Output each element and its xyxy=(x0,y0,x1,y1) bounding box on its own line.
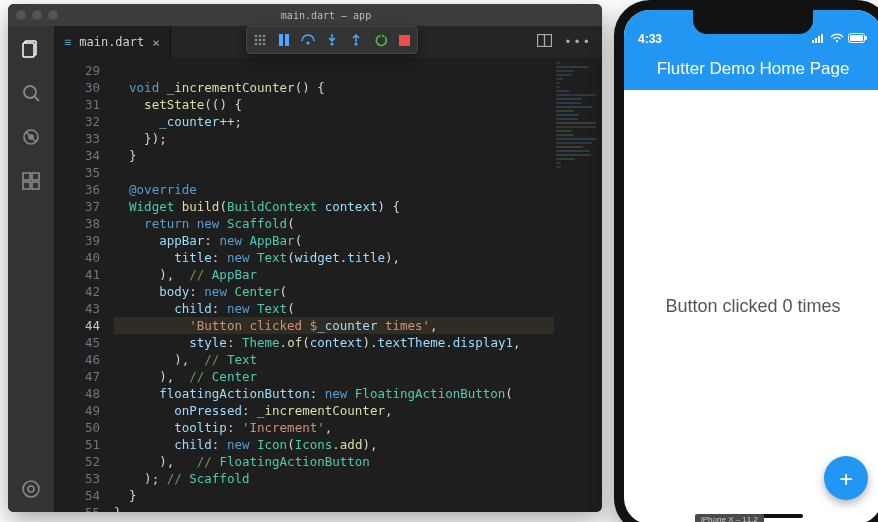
tab-main-dart[interactable]: ≡ main.dart × xyxy=(54,26,171,58)
pause-icon[interactable] xyxy=(277,33,291,47)
battery-icon xyxy=(848,32,868,46)
svg-rect-29 xyxy=(815,38,817,43)
wifi-icon xyxy=(830,32,844,46)
signal-icon xyxy=(812,32,826,46)
svg-point-6 xyxy=(255,43,258,46)
svg-point-3 xyxy=(255,39,258,42)
svg-point-7 xyxy=(259,43,262,46)
status-time: 4:33 xyxy=(638,32,662,46)
svg-rect-10 xyxy=(285,34,289,46)
svg-rect-14 xyxy=(399,35,410,46)
notch xyxy=(693,10,813,34)
close-icon[interactable]: × xyxy=(152,35,160,50)
svg-point-24 xyxy=(28,486,34,492)
svg-rect-9 xyxy=(279,34,283,46)
simulator-frame: 4:33 Flutter Demo Home Page Button click… xyxy=(614,0,878,522)
tab-filename: main.dart xyxy=(79,35,144,49)
file-icon: ≡ xyxy=(64,35,71,49)
code-editor[interactable]: 2930313233343536373839404142434445464748… xyxy=(54,58,602,512)
step-into-icon[interactable] xyxy=(325,33,339,47)
step-out-icon[interactable] xyxy=(349,33,363,47)
debug-icon[interactable] xyxy=(18,124,44,150)
svg-rect-20 xyxy=(23,173,30,180)
svg-rect-22 xyxy=(23,182,30,189)
code-area[interactable]: void _incrementCounter() { setState(() {… xyxy=(108,58,554,512)
minimap[interactable] xyxy=(554,58,602,512)
counter-text: Button clicked 0 times xyxy=(665,296,840,317)
fab-add-button[interactable]: + xyxy=(824,456,868,500)
traffic-min[interactable] xyxy=(32,10,42,20)
svg-point-25 xyxy=(23,481,39,497)
window-title: main.dart — app xyxy=(58,10,594,21)
more-icon[interactable]: ••• xyxy=(564,35,592,49)
svg-rect-23 xyxy=(32,182,39,189)
svg-point-2 xyxy=(263,35,266,38)
traffic-max[interactable] xyxy=(48,10,58,20)
step-over-icon[interactable] xyxy=(301,33,315,47)
extensions-icon[interactable] xyxy=(18,168,44,194)
stop-icon[interactable] xyxy=(397,33,411,47)
svg-point-11 xyxy=(306,41,309,44)
svg-point-5 xyxy=(263,39,266,42)
svg-point-4 xyxy=(259,39,262,42)
activity-bar xyxy=(8,26,54,512)
svg-point-13 xyxy=(354,42,357,45)
app-bar: Flutter Demo Home Page xyxy=(624,48,878,90)
restart-icon[interactable] xyxy=(373,33,387,47)
gear-icon[interactable] xyxy=(18,476,44,502)
debug-toolbar xyxy=(246,26,418,54)
svg-rect-31 xyxy=(821,34,823,43)
svg-rect-21 xyxy=(32,173,39,180)
vscode-window: main.dart — app xyxy=(8,4,602,512)
svg-point-1 xyxy=(259,35,262,38)
svg-rect-28 xyxy=(812,40,814,43)
simulator-label: iPhone X – 11.2 xyxy=(695,514,764,522)
svg-rect-16 xyxy=(23,43,34,57)
search-icon[interactable] xyxy=(18,80,44,106)
svg-point-19 xyxy=(29,135,33,139)
svg-rect-34 xyxy=(850,35,863,41)
split-editor-icon[interactable] xyxy=(537,34,552,50)
svg-point-32 xyxy=(836,40,838,42)
app-bar-title: Flutter Demo Home Page xyxy=(657,59,850,79)
svg-point-0 xyxy=(255,35,258,38)
line-gutter: 2930313233343536373839404142434445464748… xyxy=(54,58,108,512)
svg-rect-30 xyxy=(818,36,820,43)
svg-point-8 xyxy=(263,43,266,46)
svg-point-12 xyxy=(330,42,333,45)
plus-icon: + xyxy=(839,466,852,491)
traffic-close[interactable] xyxy=(16,10,26,20)
svg-rect-35 xyxy=(865,36,867,40)
svg-point-17 xyxy=(24,86,36,98)
titlebar: main.dart — app xyxy=(8,4,602,26)
drag-handle-icon[interactable] xyxy=(253,33,267,47)
explorer-icon[interactable] xyxy=(18,36,44,62)
